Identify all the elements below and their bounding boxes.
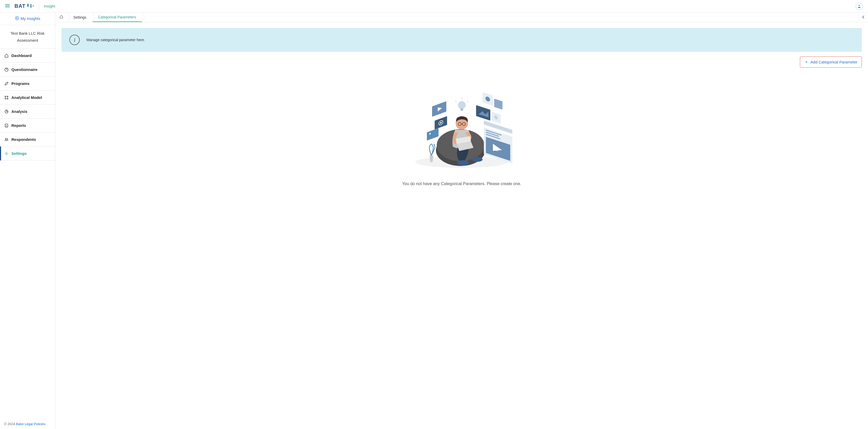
content-area: Settings Categorical Parameters i Manage… — [55, 12, 868, 429]
sidebar-item-label: Questionnaire — [11, 67, 37, 72]
sidebar-item-respondents[interactable]: Respondents — [0, 132, 55, 147]
footer-link-legal[interactable]: Legal Policies — [25, 422, 45, 426]
avatar[interactable] — [856, 3, 863, 10]
pie-icon — [4, 110, 9, 114]
add-button-label: Add Categorical Parameter — [810, 60, 858, 64]
gear-icon — [4, 151, 9, 156]
sidebar-item-settings[interactable]: Settings — [0, 147, 55, 160]
users-icon — [4, 137, 9, 142]
logo-text-start: BAT — [14, 3, 26, 9]
breadcrumb: Settings Categorical Parameters — [55, 12, 868, 22]
svg-point-24 — [458, 101, 466, 109]
info-icon: i — [69, 35, 80, 45]
breadcrumb-categorical-parameters[interactable]: Categorical Parameters — [92, 12, 142, 22]
logo-text-end: I — [30, 3, 32, 9]
sidebar: My Insights Test Bank LLC Risk Assessmen… — [0, 12, 55, 429]
sidebar-item-reports[interactable]: Reports — [0, 119, 55, 132]
my-insights-link[interactable]: My Insights — [15, 16, 40, 21]
sidebar-item-label: Dashboard — [11, 53, 32, 58]
chevron-left-icon — [862, 15, 865, 20]
empty-state: You do not have any Categorical Paramete… — [62, 78, 862, 186]
sidebar-item-dashboard[interactable]: Dashboard — [0, 49, 55, 63]
sidebar-item-questionnaire[interactable]: Questionnaire — [0, 63, 55, 76]
sidebar-item-analytical-model[interactable]: Analytical Model — [0, 91, 55, 104]
my-insights-label: My Insights — [21, 16, 40, 21]
sidebar-footer: © 2024 Batoi Legal Policies — [0, 419, 55, 429]
svg-point-8 — [5, 98, 6, 99]
logo-leaf-icon — [26, 3, 30, 9]
empty-illustration — [410, 78, 514, 171]
collapse-toggle[interactable] — [858, 12, 868, 22]
svg-point-3 — [859, 5, 860, 6]
help-circle-icon — [4, 68, 9, 72]
action-row: ＋ Add Categorical Parameter — [62, 56, 862, 68]
header-divider — [39, 3, 39, 10]
home-icon — [60, 15, 63, 20]
svg-rect-35 — [494, 99, 502, 110]
sidebar-item-analysis[interactable]: Analysis — [0, 104, 55, 119]
breadcrumb-settings[interactable]: Settings — [68, 12, 92, 22]
project-name: Test Bank LLC Risk Assessment — [0, 25, 55, 49]
footer-copyright: © 2024 — [4, 422, 16, 426]
svg-point-18 — [458, 160, 469, 165]
home-icon — [4, 54, 9, 58]
arrow-left-circle-icon — [15, 16, 19, 21]
my-insights-link-wrap: My Insights — [0, 12, 55, 25]
breadcrumb-home[interactable] — [55, 12, 68, 22]
breadcrumb-label: Categorical Parameters — [98, 15, 136, 19]
menu-icon[interactable] — [5, 3, 10, 9]
info-banner-message: Manage categorical parameter here. — [87, 38, 145, 42]
svg-point-14 — [6, 153, 7, 154]
app-name[interactable]: Insight — [44, 4, 55, 8]
svg-point-19 — [472, 157, 483, 162]
add-categorical-parameter-button[interactable]: ＋ Add Categorical Parameter — [800, 56, 862, 68]
sidebar-item-label: Analytical Model — [11, 95, 42, 100]
plus-icon: ＋ — [804, 59, 808, 65]
sidebar-item-label: Analysis — [11, 109, 27, 114]
sidebar-item-label: Respondents — [11, 137, 36, 142]
top-header: BATI® Insight — [0, 0, 868, 12]
info-banner: i Manage categorical parameter here. — [62, 28, 862, 52]
breadcrumb-label: Settings — [73, 15, 87, 20]
pen-icon — [4, 82, 9, 86]
svg-point-13 — [7, 139, 8, 139]
svg-point-7 — [7, 96, 8, 97]
footer-link-batoi[interactable]: Batoi — [16, 422, 24, 426]
svg-point-12 — [5, 138, 6, 139]
svg-point-6 — [5, 96, 6, 97]
svg-point-9 — [7, 98, 8, 99]
bar-doc-icon — [4, 123, 9, 128]
sidebar-item-programs[interactable]: Programs — [0, 76, 55, 91]
nodes-icon — [4, 95, 9, 100]
sidebar-item-label: Settings — [11, 151, 27, 156]
empty-state-message: You do not have any Categorical Paramete… — [62, 182, 862, 186]
svg-rect-25 — [461, 109, 463, 111]
sidebar-item-label: Reports — [11, 123, 26, 128]
sidebar-item-label: Programs — [11, 81, 30, 86]
logo[interactable]: BATI® — [14, 3, 34, 9]
svg-rect-31 — [427, 128, 438, 141]
